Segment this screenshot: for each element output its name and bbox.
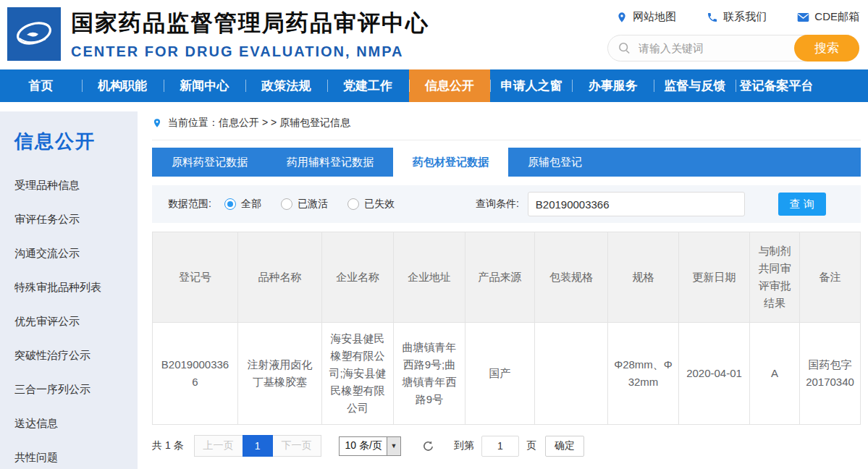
link-label: 联系我们 bbox=[723, 10, 767, 24]
table-cell: 曲塘镇青年西路9号;曲塘镇青年西路9号 bbox=[394, 323, 465, 425]
page: 国家药品监督管理局药品审评中心 CENTER FOR DRUG EVALUATI… bbox=[0, 0, 868, 469]
tab[interactable]: 原辅包登记 bbox=[508, 148, 602, 177]
sidebar-items: 受理品种信息 审评任务公示 沟通交流公示 特殊审批品种列表 优先审评公示 突破性… bbox=[0, 169, 138, 469]
sidebar-item[interactable]: 突破性治疗公示 bbox=[0, 339, 138, 373]
location-pin-icon bbox=[152, 117, 162, 129]
sidebar-item[interactable]: 三合一序列公示 bbox=[0, 373, 138, 407]
results-table: 登记号品种名称企业名称企业地址产品来源包装规格规格更新日期与制剂共同审评审批结果… bbox=[152, 232, 861, 425]
table-header-cell: 包装规格 bbox=[535, 232, 608, 323]
prev-page-button[interactable]: 上一页 bbox=[194, 435, 243, 457]
table-header-cell: 企业名称 bbox=[322, 232, 394, 323]
nav-item[interactable]: 监督与反馈 bbox=[654, 69, 736, 102]
radio-option[interactable]: 已激活 bbox=[281, 198, 328, 211]
link-contact[interactable]: 联系我们 bbox=[707, 10, 767, 24]
tab[interactable]: 药用辅料登记数据 bbox=[267, 148, 393, 177]
table-header-cell: 企业地址 bbox=[394, 232, 465, 323]
goto-page-input[interactable] bbox=[481, 436, 519, 457]
next-page-button[interactable]: 下一页 bbox=[272, 435, 321, 457]
nav-item[interactable]: 党建工作 bbox=[327, 69, 409, 102]
nav-item[interactable]: 政策法规 bbox=[245, 69, 327, 102]
main-content: 当前位置：信息公开 > > 原辅包登记信息 原料药登记数据 药用辅料登记数据 药… bbox=[138, 102, 868, 469]
table-header-cell: 与制剂共同审评审批结果 bbox=[750, 232, 800, 323]
radio-option[interactable]: 已失效 bbox=[347, 198, 395, 211]
site-header: 国家药品监督管理局药品审评中心 CENTER FOR DRUG EVALUATI… bbox=[0, 0, 868, 69]
searchbar: 搜索 bbox=[607, 35, 859, 62]
link-label: 网站地图 bbox=[633, 10, 676, 24]
table-cell: 国产 bbox=[465, 323, 535, 425]
nav-item[interactable]: 申请人之窗 bbox=[490, 69, 572, 102]
radio-icon[interactable] bbox=[281, 198, 292, 210]
radio-option[interactable]: 全部 bbox=[224, 198, 261, 211]
sidebar-item[interactable]: 审评任务公示 bbox=[0, 203, 138, 237]
header-right: 网站地图 联系我们 CDE邮箱 搜索 bbox=[607, 6, 859, 69]
nav-item[interactable]: 首页 bbox=[0, 69, 82, 102]
cde-logo[interactable] bbox=[7, 7, 61, 61]
nav-item[interactable]: 新闻中心 bbox=[164, 69, 245, 102]
nav-item[interactable]: 机构职能 bbox=[82, 69, 164, 102]
scope-radios: 全部 已激活 已失效 bbox=[224, 198, 395, 211]
table-cell: B20190003366 bbox=[153, 323, 238, 425]
nav-item[interactable]: 信息公开 bbox=[409, 69, 491, 102]
page-unit-label: 页 bbox=[526, 439, 536, 452]
table-cell: 海安县健民橡塑有限公司;海安县健民橡塑有限公司 bbox=[322, 323, 394, 425]
filter-bar: 数据范围: 全部 已激活 bbox=[152, 185, 861, 223]
link-label: CDE邮箱 bbox=[814, 10, 859, 24]
table-cell bbox=[535, 323, 608, 425]
page-size-select[interactable]: 10 条/页 ▼ bbox=[339, 436, 401, 456]
table-header-cell: 产品来源 bbox=[465, 232, 535, 323]
link-mail[interactable]: CDE邮箱 bbox=[797, 10, 859, 24]
pagination: 共 1 条 上一页 1 下一页 10 条/页 ▼ 到第 页 确定 bbox=[152, 435, 861, 457]
refresh-button[interactable] bbox=[421, 439, 435, 453]
breadcrumb-text[interactable]: 当前位置：信息公开 > > 原辅包登记信息 bbox=[168, 117, 350, 130]
brand-text: 国家药品监督管理局药品审评中心 CENTER FOR DRUG EVALUATI… bbox=[71, 6, 429, 69]
nav-item[interactable]: 登记备案平台 bbox=[736, 69, 817, 102]
query-input[interactable] bbox=[528, 192, 745, 216]
breadcrumb: 当前位置：信息公开 > > 原辅包登记信息 bbox=[152, 117, 861, 140]
sidebar-title: 信息公开 bbox=[0, 122, 138, 169]
map-pin-icon bbox=[616, 12, 628, 23]
table-header-row: 登记号品种名称企业名称企业地址产品来源包装规格规格更新日期与制剂共同审评审批结果… bbox=[153, 232, 861, 323]
page-number-button[interactable]: 1 bbox=[243, 435, 273, 457]
body-row: 信息公开 受理品种信息 审评任务公示 沟通交流公示 特殊审批品种列表 优先审评公… bbox=[0, 102, 868, 469]
table-row: B20190003366注射液用卤化丁基橡胶塞海安县健民橡塑有限公司;海安县健民… bbox=[153, 323, 861, 425]
table-header-cell: 规格 bbox=[608, 232, 679, 323]
nav-item[interactable]: 办事服务 bbox=[572, 69, 654, 102]
search-button[interactable]: 搜索 bbox=[794, 35, 859, 62]
table-header-cell: 登记号 bbox=[153, 232, 238, 323]
sidebar-item[interactable]: 送达信息 bbox=[0, 407, 138, 441]
sidebar-item[interactable]: 优先审评公示 bbox=[0, 305, 138, 339]
radio-icon[interactable] bbox=[347, 198, 359, 210]
link-sitemap[interactable]: 网站地图 bbox=[616, 10, 676, 24]
header-links: 网站地图 联系我们 CDE邮箱 bbox=[607, 10, 859, 24]
goto-label: 到第 bbox=[454, 439, 474, 452]
confirm-button[interactable]: 确定 bbox=[545, 436, 584, 457]
sidebar-item[interactable]: 受理品种信息 bbox=[0, 169, 138, 203]
table-header-cell: 品种名称 bbox=[238, 232, 322, 323]
site-title: 国家药品监督管理局药品审评中心 bbox=[71, 8, 429, 38]
radio-label: 已失效 bbox=[364, 198, 395, 211]
table-header-cell: 备注 bbox=[800, 232, 861, 323]
radio-icon[interactable] bbox=[224, 198, 236, 210]
sidebar-item[interactable]: 沟通交流公示 bbox=[0, 237, 138, 271]
radio-label: 全部 bbox=[241, 198, 261, 211]
page-size-value: 10 条/页 bbox=[340, 439, 387, 452]
refresh-icon bbox=[421, 439, 435, 453]
total-count: 共 1 条 bbox=[152, 439, 184, 452]
sidebar-item[interactable]: 特殊审批品种列表 bbox=[0, 271, 138, 305]
table-cell: 注射液用卤化丁基橡胶塞 bbox=[238, 323, 322, 425]
tab[interactable]: 原料药登记数据 bbox=[152, 148, 267, 177]
table-cell: A bbox=[750, 323, 800, 425]
data-tabs: 原料药登记数据 药用辅料登记数据 药包材登记数据 原辅包登记 bbox=[152, 148, 861, 177]
site-subtitle: CENTER FOR DRUG EVALUATION, NMPA bbox=[71, 43, 429, 60]
sidebar-item[interactable]: 共性问题 bbox=[0, 441, 138, 469]
radio-label: 已激活 bbox=[298, 198, 328, 211]
sidebar: 信息公开 受理品种信息 审评任务公示 沟通交流公示 特殊审批品种列表 优先审评公… bbox=[0, 111, 138, 469]
tab[interactable]: 药包材登记数据 bbox=[393, 148, 508, 177]
query-button[interactable]: 查 询 bbox=[778, 193, 826, 216]
phone-icon bbox=[707, 12, 718, 23]
chevron-down-icon: ▼ bbox=[387, 437, 400, 455]
query-label: 查询条件: bbox=[476, 198, 519, 211]
scope-label: 数据范围: bbox=[168, 198, 211, 211]
table-header-cell: 更新日期 bbox=[679, 232, 750, 323]
table-cell: 2020-04-01 bbox=[679, 323, 750, 425]
